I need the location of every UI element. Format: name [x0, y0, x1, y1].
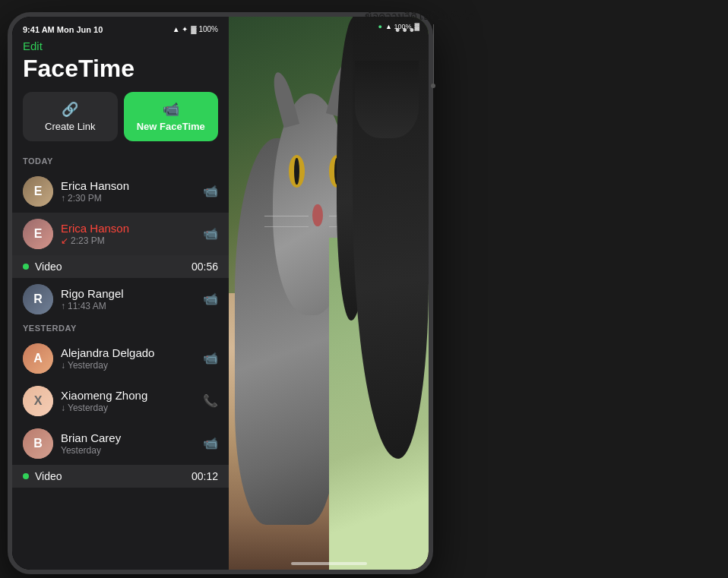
call-info-alejandra: Alejandra Delgado ↓ Yesterday — [61, 346, 195, 371]
call-name-brian: Brian Carey — [61, 431, 195, 444]
section-yesterday-header: YESTERDAY — [12, 321, 229, 337]
ipad-frame: 9:41 AM Mon Jun 10 ▲ ✦ ▓ 100% Edit FaceT… — [8, 12, 433, 574]
avatar-rigo: R — [23, 284, 53, 314]
call-time-erica-1: ↑ 2:30 PM — [61, 193, 195, 204]
call-info-brian: Brian Carey Yesterday — [61, 431, 195, 456]
photo-background: ••• ● ▲ 100% ▓ — [229, 17, 429, 570]
arrow-up-icon: ↑ — [61, 301, 65, 311]
main-photo-area: ••• ● ▲ 100% ▓ — [229, 17, 429, 570]
call-time-brian: Yesterday — [61, 445, 195, 456]
action-buttons-row: 🔗 Create Link 📹 New FaceTime — [12, 92, 229, 153]
missed-arrow-icon: ↙ — [61, 235, 68, 246]
section-today-header: TODAY — [12, 153, 229, 170]
home-indicator — [291, 562, 367, 565]
avatar-erica-1: E — [23, 176, 53, 207]
avatar-brian: B — [23, 428, 53, 459]
video-call-icon-brian[interactable]: 📹 — [203, 436, 218, 450]
call-item-erica-1[interactable]: E Erica Hanson ↑ 2:30 PM 📹 — [12, 170, 229, 213]
call-item-xiaomeng[interactable]: X Xiaomeng Zhong ↓ Yesterday 📞 — [12, 380, 229, 422]
edit-button-container[interactable]: Edit — [12, 39, 229, 53]
video-call-icon-1[interactable]: 📹 — [203, 184, 218, 198]
video-row-label-2: Video — [35, 470, 185, 482]
call-name-erica-1: Erica Hanson — [61, 179, 195, 192]
video-call-icon-alejandra[interactable]: 📹 — [203, 351, 218, 365]
call-item-rigo[interactable]: R Rigo Rangel ↑ 11:43 AM 📹 — [12, 278, 229, 321]
ipad-device: 9:41 AM Mon Jun 10 ▲ ✦ ▓ 100% Edit FaceT… — [0, 0, 728, 578]
new-facetime-button[interactable]: 📹 New FaceTime — [124, 92, 219, 141]
video-camera-icon: 📹 — [163, 101, 179, 118]
video-recording-dot-1 — [23, 264, 29, 270]
cat-whisker-left-2 — [264, 226, 309, 227]
call-info-rigo: Rigo Rangel ↑ 11:43 AM — [61, 287, 195, 311]
photo-scene — [229, 17, 429, 570]
call-time-xiaomeng: ↓ Yesterday — [61, 403, 195, 413]
cat-eye-left — [289, 155, 305, 188]
call-info-xiaomeng: Xiaomeng Zhong ↓ Yesterday — [61, 389, 195, 413]
video-row-1[interactable]: Video 00:56 — [12, 255, 229, 278]
create-link-button[interactable]: 🔗 Create Link — [23, 92, 118, 141]
wifi-status-dot: ● — [378, 23, 382, 30]
video-duration-1: 00:56 — [191, 261, 218, 273]
call-name-xiaomeng: Xiaomeng Zhong — [61, 389, 195, 402]
status-right-icons: ▲ ✦ ▓ 100% — [173, 25, 218, 33]
facetime-sidebar: 9:41 AM Mon Jun 10 ▲ ✦ ▓ 100% Edit FaceT… — [12, 17, 229, 570]
video-duration-2: 00:12 — [191, 470, 218, 482]
video-row-label-1: Video — [35, 261, 185, 273]
call-item-alejandra[interactable]: A Alejandra Delgado ↓ Yesterday 📹 — [12, 337, 229, 380]
call-item-erica-2[interactable]: E Erica Hanson ↙ 2:23 PM 📹 — [12, 213, 229, 255]
video-recording-dot-2 — [23, 473, 29, 479]
photo-status-right: ● ▲ 100% ▓ — [378, 23, 419, 30]
status-time: 9:41 AM Mon Jun 10 — [23, 25, 103, 34]
edit-label: Edit — [23, 39, 43, 52]
video-call-icon-2[interactable]: 📹 — [203, 226, 218, 241]
avatar-erica-2: E — [23, 219, 53, 249]
arrow-down-icon: ↓ — [61, 360, 65, 371]
ipad-screen: 9:41 AM Mon Jun 10 ▲ ✦ ▓ 100% Edit FaceT… — [12, 17, 429, 570]
avatar-alejandra: A — [23, 343, 53, 374]
arrow-down-icon-2: ↓ — [61, 403, 65, 413]
battery-status-label: ▓ — [414, 23, 419, 30]
call-list: TODAY E Erica Hanson ↑ 2:30 PM — [12, 153, 229, 570]
wifi-icon: ▲ ✦ — [173, 25, 188, 33]
video-row-2[interactable]: Video 00:12 — [12, 465, 229, 488]
call-info-erica-2: Erica Hanson ↙ 2:23 PM — [61, 222, 195, 246]
call-info-erica-1: Erica Hanson ↑ 2:30 PM — [61, 179, 195, 204]
new-facetime-label: New FaceTime — [137, 121, 205, 132]
person-bangs — [355, 61, 419, 138]
wifi-status-label: ▲ 100% — [385, 23, 411, 30]
call-name-erica-2: Erica Hanson — [61, 222, 195, 235]
arrow-icon: ↑ — [61, 193, 65, 204]
facetime-title: FaceTime — [12, 53, 229, 92]
call-time-rigo: ↑ 11:43 AM — [61, 301, 195, 311]
create-link-label: Create Link — [45, 121, 95, 132]
status-bar: 9:41 AM Mon Jun 10 ▲ ✦ ▓ 100% — [12, 17, 229, 38]
call-time-alejandra: ↓ Yesterday — [61, 360, 195, 371]
call-item-brian[interactable]: B Brian Carey Yesterday 📹 — [12, 422, 229, 465]
cat-whisker-left-1 — [264, 216, 309, 216]
call-name-rigo: Rigo Rangel — [61, 287, 195, 300]
call-time-erica-2: ↙ 2:23 PM — [61, 235, 195, 246]
link-icon: 🔗 — [62, 101, 78, 118]
avatar-xiaomeng: X — [23, 386, 53, 416]
video-call-icon-rigo[interactable]: 📹 — [203, 292, 218, 306]
cat-nose — [312, 204, 322, 226]
phone-call-icon-xiaomeng[interactable]: 📞 — [203, 393, 218, 408]
cat-pupil-left — [294, 158, 299, 185]
call-name-alejandra: Alejandra Delgado — [61, 346, 195, 359]
battery-icon: ▓ 100% — [191, 25, 218, 33]
